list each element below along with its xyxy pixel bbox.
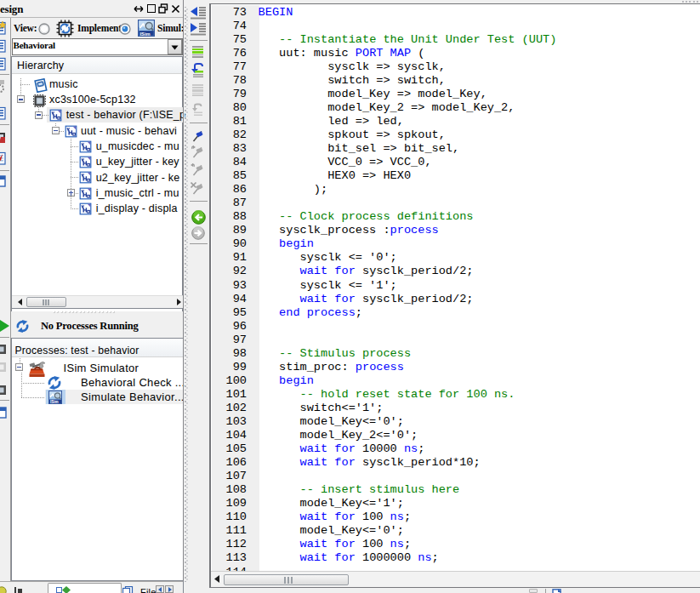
svg-text:ISim: ISim [50,399,59,403]
svg-text:ISim: ISim [140,31,151,37]
